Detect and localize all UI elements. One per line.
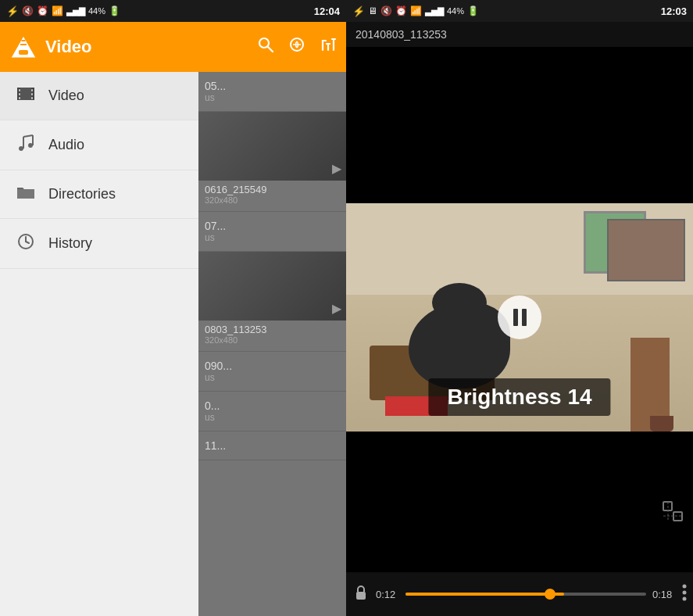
more-options-icon[interactable]	[682, 584, 687, 605]
svg-rect-21	[31, 93, 33, 95]
clock-icon	[16, 233, 36, 254]
video-frame[interactable]: Brightness 14	[346, 203, 693, 432]
search-icon[interactable]	[257, 36, 274, 58]
svg-line-29	[26, 242, 29, 243]
equalizer-icon[interactable]	[320, 36, 337, 58]
status-bar-left: ⚡ 🔇 ⏰ 📶 ▃▅▇ 44% 🔋 12:04	[0, 0, 346, 22]
music-icon	[16, 134, 36, 156]
svg-point-35	[683, 584, 687, 588]
sound-off-icon-r: 🔇	[380, 5, 392, 16]
alarm-icon-r: ⏰	[395, 5, 407, 16]
vlc-logo	[9, 33, 38, 61]
brightness-overlay: Brightness 14	[428, 378, 610, 416]
header-icons	[257, 36, 337, 58]
sidebar-label-directories: Directories	[48, 186, 116, 202]
video-meta: us	[205, 412, 340, 423]
pause-button[interactable]	[498, 295, 541, 339]
time-right: 12:03	[661, 5, 687, 17]
svg-rect-2	[20, 44, 27, 45]
video-name: 0803_113253	[205, 324, 340, 335]
sound-off-icon: 🔇	[22, 5, 34, 16]
sidebar-item-video[interactable]: Video	[0, 72, 198, 120]
time-current: 0:12	[376, 589, 399, 600]
sidebar: Video Audio	[0, 72, 198, 616]
video-list: 05... us ▶ 0616_215549 320x480	[198, 72, 346, 616]
list-item[interactable]: 05... us	[198, 72, 346, 112]
video-title: 20140803_113253	[355, 28, 447, 41]
video-meta: us	[205, 232, 340, 243]
svg-rect-1	[19, 50, 28, 55]
player-controls: 0:12 0:18	[346, 572, 693, 616]
left-panel: Video	[0, 22, 346, 616]
svg-point-37	[683, 596, 687, 600]
sidebar-label-history: History	[48, 235, 92, 252]
signal-icon-r: ▃▅▇	[425, 6, 444, 16]
svg-rect-17	[19, 89, 20, 91]
svg-rect-3	[22, 40, 26, 41]
list-item[interactable]: 090... us	[198, 352, 346, 392]
list-item[interactable]: 11...	[198, 432, 346, 460]
time-left: 12:04	[314, 5, 340, 17]
cast-icon[interactable]	[288, 36, 305, 58]
sidebar-label-audio: Audio	[48, 137, 84, 153]
play-arrow-icon: ▶	[332, 301, 341, 316]
video-name: 0...	[205, 399, 340, 412]
usb-icon-r: ⚡	[352, 5, 365, 17]
wifi-icon-r: 📶	[410, 5, 422, 16]
app-header: Video	[0, 22, 346, 72]
svg-rect-34	[356, 592, 366, 600]
film-icon	[16, 86, 36, 106]
progress-bar[interactable]	[405, 593, 646, 596]
video-black-bottom	[346, 432, 693, 572]
video-meta: 320x480	[205, 195, 340, 205]
sidebar-label-video: Video	[48, 88, 84, 104]
svg-rect-20	[31, 89, 33, 91]
video-player-area[interactable]: Brightness 14	[346, 47, 693, 572]
folder-icon	[16, 184, 36, 204]
signal-icon: ▃▅▇	[66, 6, 85, 16]
svg-rect-26	[17, 189, 34, 199]
battery-right-pct: 44%	[447, 6, 464, 16]
list-item[interactable]: ▶ 0616_215549 320x480	[198, 112, 346, 212]
list-item[interactable]: 07... us	[198, 212, 346, 252]
video-name: 07...	[205, 220, 340, 232]
pause-icon	[513, 309, 527, 326]
video-title-bar: 20140803_113253	[346, 22, 693, 47]
svg-rect-22	[31, 97, 33, 99]
list-item[interactable]: 0... us	[198, 392, 346, 432]
usb-icon: ⚡	[6, 5, 19, 17]
sidebar-item-audio[interactable]: Audio	[0, 120, 198, 170]
video-name: 11...	[205, 439, 340, 452]
right-status-icons: ⚡ 🖥 🔇 ⏰ 📶 ▃▅▇ 44% 🔋	[352, 5, 479, 17]
svg-line-25	[23, 135, 33, 137]
battery-icon-left: 🔋	[109, 5, 120, 16]
svg-line-5	[268, 47, 273, 52]
svg-rect-19	[19, 97, 20, 99]
svg-rect-18	[19, 93, 20, 95]
video-meta: us	[205, 372, 340, 383]
video-name: 0616_215549	[205, 184, 340, 195]
alarm-icon: ⏰	[37, 5, 48, 16]
video-meta: 320x480	[205, 335, 340, 345]
right-panel: 20140803_113253	[346, 22, 693, 616]
svg-point-36	[683, 590, 687, 594]
wifi-icon: 📶	[52, 5, 63, 16]
battery-icon-right: 🔋	[467, 5, 479, 16]
lock-icon[interactable]	[352, 584, 370, 605]
video-name: 090...	[205, 360, 340, 372]
time-total: 0:18	[652, 589, 676, 600]
sidebar-item-directories[interactable]: Directories	[0, 170, 198, 219]
play-arrow-icon: ▶	[332, 161, 341, 176]
status-bar-right: ⚡ 🖥 🔇 ⏰ 📶 ▃▅▇ 44% 🔋 12:03	[346, 0, 693, 22]
app-title: Video	[45, 37, 257, 57]
list-item[interactable]: ▶ 0803_113253 320x480	[198, 252, 346, 352]
screen-icon: 🖥	[368, 5, 377, 16]
battery-left-pct: 44%	[88, 6, 105, 16]
video-name: 05...	[205, 80, 340, 92]
video-meta: us	[205, 92, 340, 103]
video-black-top	[346, 47, 693, 203]
sidebar-item-history[interactable]: History	[0, 219, 198, 269]
crop-icon[interactable]	[662, 500, 684, 525]
left-status-icons: ⚡ 🔇 ⏰ 📶 ▃▅▇ 44% 🔋	[6, 5, 120, 17]
